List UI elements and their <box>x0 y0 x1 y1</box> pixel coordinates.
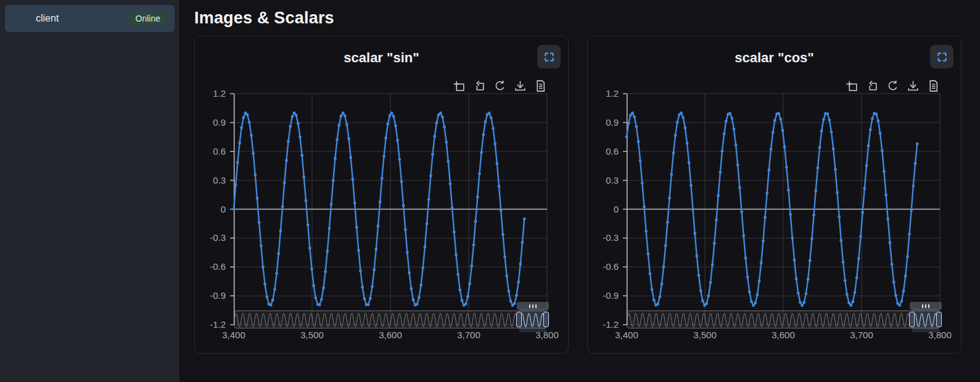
minimap-grip[interactable] <box>910 302 942 310</box>
y-tick-label: -1.2 <box>603 319 619 330</box>
refresh-icon <box>493 79 506 92</box>
y-tick-label: -0.6 <box>603 261 619 272</box>
minimap-wave <box>234 311 548 329</box>
client-label: client <box>36 13 59 24</box>
minimap-wave <box>627 311 941 329</box>
expand-icon <box>936 51 948 63</box>
minimap-handle-left[interactable] <box>516 312 522 327</box>
download-icon <box>514 79 527 92</box>
minimap-scrubber[interactable] <box>234 311 547 328</box>
chart-panel-cos: scalar "cos" 1.20.90.60.30-0.3-0.6-0.9-1… <box>587 36 961 354</box>
y-tick-label: 0 <box>614 204 619 215</box>
refresh-button[interactable] <box>886 79 899 92</box>
refresh-icon <box>886 79 899 92</box>
chart-title: scalar "sin" <box>195 50 568 66</box>
data-document-icon <box>534 79 547 92</box>
minimap-selection-window[interactable] <box>912 309 939 332</box>
y-tick-label: 1.2 <box>213 88 226 99</box>
sidebar-item-client[interactable]: client Online <box>5 5 175 32</box>
plot-area: 1.20.90.60.30-0.3-0.6-0.9-1.2 3,4003,500… <box>627 94 940 325</box>
status-badge: Online <box>129 11 167 26</box>
expand-button[interactable] <box>930 45 953 68</box>
chart-title: scalar "cos" <box>588 50 961 66</box>
charts-row: scalar "sin" 1.20.90.60.30-0.3-0.6-0.9-1… <box>194 36 980 354</box>
y-tick-label: -1.2 <box>210 319 226 330</box>
plot-canvas[interactable] <box>620 94 940 325</box>
download-button[interactable] <box>514 79 527 92</box>
download-icon <box>907 79 920 92</box>
y-tick-label: -0.9 <box>603 290 619 301</box>
plot-toolbar <box>234 79 547 92</box>
x-tick-label: 3,700 <box>457 330 480 340</box>
minimap-handle-left[interactable] <box>909 312 915 327</box>
box-zoom-icon <box>846 79 859 92</box>
y-tick-label: 0.9 <box>213 117 226 128</box>
x-tick-label: 3,800 <box>535 330 559 340</box>
undo-zoom-icon <box>866 79 879 92</box>
y-tick-label: 0.9 <box>606 117 619 128</box>
y-axis: 1.20.90.60.30-0.3-0.6-0.9-1.2 <box>588 94 619 325</box>
main-content: Images & Scalars scalar "sin" 1.20.90.60… <box>180 0 980 382</box>
plot-toolbar <box>627 79 940 92</box>
box-zoom-button[interactable] <box>846 79 859 92</box>
x-tick-label: 3,500 <box>300 330 324 340</box>
minimap-handle-right[interactable] <box>936 312 942 327</box>
minimap-scrubber[interactable] <box>627 311 940 328</box>
undo-zoom-button[interactable] <box>473 79 486 92</box>
expand-icon <box>543 51 555 63</box>
minimap-handle-right[interactable] <box>543 312 549 327</box>
y-tick-label: -0.3 <box>210 232 226 243</box>
page-title: Images & Scalars <box>194 9 980 28</box>
plot-area: 1.20.90.60.30-0.3-0.6-0.9-1.2 3,4003,500… <box>234 94 547 325</box>
expand-button[interactable] <box>537 45 561 68</box>
sidebar: client Online <box>0 0 180 382</box>
undo-zoom-button[interactable] <box>866 79 879 92</box>
chart-panel-sin: scalar "sin" 1.20.90.60.30-0.3-0.6-0.9-1… <box>194 36 569 354</box>
plot-canvas[interactable] <box>228 94 547 325</box>
minimap-selection-window[interactable] <box>519 309 546 332</box>
x-tick-label: 3,600 <box>772 330 795 340</box>
x-tick-label: 3,400 <box>615 330 638 340</box>
x-tick-label: 3,800 <box>928 330 952 340</box>
x-tick-label: 3,600 <box>379 330 402 340</box>
y-tick-label: 0.6 <box>606 146 619 157</box>
data-document-button[interactable] <box>534 79 547 92</box>
box-zoom-icon <box>453 79 466 92</box>
minimap-grip[interactable] <box>517 302 549 310</box>
y-tick-label: 0 <box>221 204 226 215</box>
y-tick-label: -0.9 <box>210 290 226 301</box>
y-axis: 1.20.90.60.30-0.3-0.6-0.9-1.2 <box>195 94 226 325</box>
y-tick-label: 0.3 <box>606 175 619 186</box>
y-tick-label: -0.3 <box>603 232 619 243</box>
x-tick-label: 3,500 <box>693 330 717 340</box>
y-tick-label: 1.2 <box>606 88 619 99</box>
x-tick-label: 3,400 <box>222 330 245 340</box>
box-zoom-button[interactable] <box>453 79 466 92</box>
data-document-icon <box>927 79 940 92</box>
data-document-button[interactable] <box>927 79 940 92</box>
y-tick-label: -0.6 <box>210 261 226 272</box>
y-tick-label: 0.6 <box>213 146 226 157</box>
download-button[interactable] <box>907 79 920 92</box>
undo-zoom-icon <box>473 79 486 92</box>
refresh-button[interactable] <box>493 79 506 92</box>
x-tick-label: 3,700 <box>850 330 873 340</box>
y-tick-label: 0.3 <box>213 175 226 186</box>
